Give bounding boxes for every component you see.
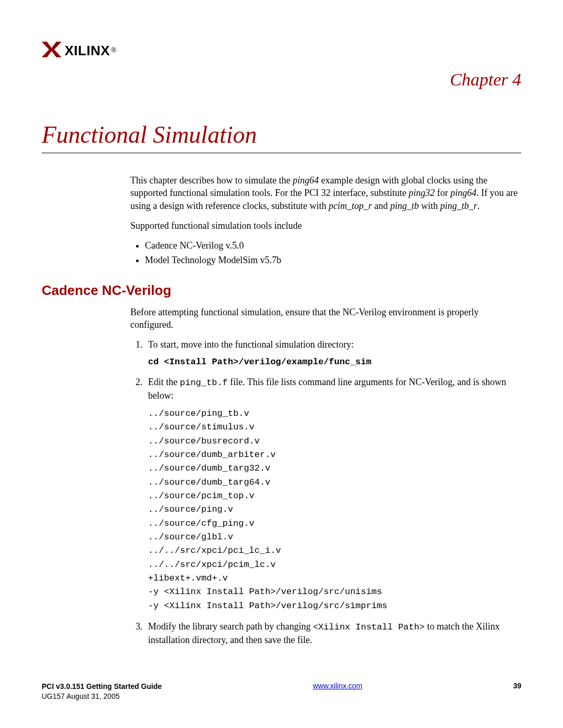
code-line: ../source/busrecord.v [148, 435, 521, 448]
tools-list: Cadence NC-Verilog v.5.0Model Technology… [130, 239, 521, 267]
footer-doc-ref: UG157 August 31, 2005 [42, 692, 162, 702]
logo-mark-icon [42, 42, 62, 59]
supported-label: Supported functional simulation tools in… [130, 219, 521, 232]
step1-command: cd <Install Path>/verilog/example/func_s… [148, 356, 521, 368]
footer-guide-title: PCI v3.0.151 Getting Started Guide [42, 682, 162, 692]
registered-mark: ® [111, 46, 117, 55]
code-line: +libext+.vmd+.v [148, 572, 521, 585]
intro-paragraph: This chapter describes how to simulate t… [130, 174, 521, 212]
section-intro: Before attempting functional simulation,… [130, 306, 521, 331]
code-line: ../source/stimulus.v [148, 421, 521, 434]
step2-text: Edit the ping_tb.f file. This file lists… [148, 377, 506, 401]
steps-list: To start, move into the functional simul… [130, 338, 521, 646]
step-3: Modify the library search path by changi… [145, 620, 521, 646]
step-1: To start, move into the functional simul… [145, 338, 521, 368]
section-heading: Cadence NC-Verilog [42, 282, 521, 299]
footer-center: www.xilinx.com [313, 682, 362, 690]
code-line: ../../src/xpci/pci_lc_i.v [148, 544, 521, 558]
page-footer: PCI v3.0.151 Getting Started Guide UG157… [42, 682, 521, 702]
chapter-title: Functional Simulation [42, 121, 521, 153]
tools-list-item: Cadence NC-Verilog v.5.0 [145, 239, 521, 252]
footer-page-number: 39 [513, 682, 521, 690]
footer-left: PCI v3.0.151 Getting Started Guide UG157… [42, 682, 162, 702]
code-line: ../../src/xpci/pcim_lc.v [148, 558, 521, 572]
code-line: ../source/dumb_targ32.v [148, 462, 521, 475]
step3-text: Modify the library search path by changi… [148, 621, 500, 645]
step-2: Edit the ping_tb.f file. This file lists… [145, 376, 521, 613]
code-line: -y <Xilinx Install Path>/verilog/src/uni… [148, 585, 521, 599]
code-listing: ../source/ping_tb.v../source/stimulus.v.… [148, 407, 521, 613]
code-line: ../source/dumb_targ64.v [148, 476, 521, 489]
footer-url-link[interactable]: www.xilinx.com [313, 682, 362, 690]
step1-text: To start, move into the functional simul… [148, 339, 354, 350]
chapter-label: Chapter 4 [42, 70, 521, 90]
code-line: -y <Xilinx Install Path>/verilog/src/sim… [148, 599, 521, 613]
code-line: ../source/pcim_top.v [148, 489, 521, 503]
logo: XILINX ® [42, 42, 521, 59]
code-line: ../source/glbl.v [148, 530, 521, 544]
logo-text: XILINX [65, 43, 110, 59]
code-line: ../source/ping_tb.v [148, 407, 521, 421]
code-line: ../source/dumb_arbiter.v [148, 448, 521, 462]
code-line: ../source/cfg_ping.v [148, 517, 521, 530]
code-line: ../source/ping.v [148, 503, 521, 516]
tools-list-item: Model Technology ModelSim v5.7b [145, 254, 521, 266]
svg-marker-0 [42, 42, 62, 57]
